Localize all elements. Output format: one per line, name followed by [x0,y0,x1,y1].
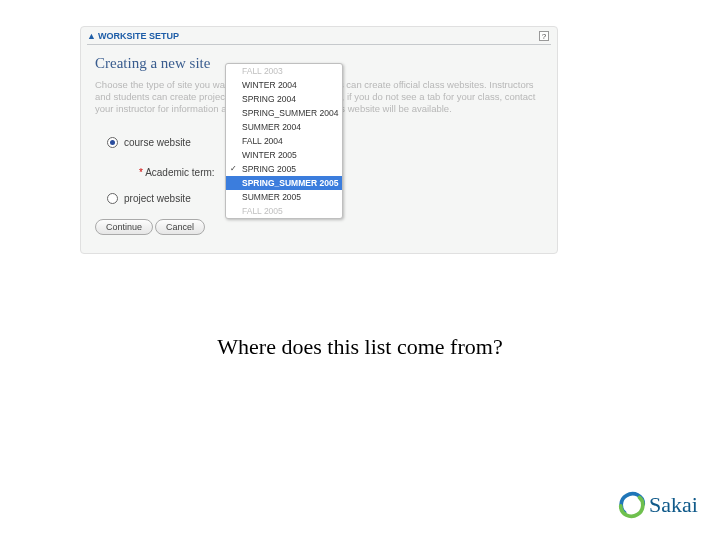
term-option[interactable]: SPRING_SUMMER 2005 [226,176,342,190]
term-option[interactable]: ✓SPRING 2005 [226,162,342,176]
term-option[interactable]: SPRING 2004 [226,92,342,106]
term-option-label: FALL 2004 [242,136,283,146]
term-option-label: SUMMER 2004 [242,122,301,132]
term-option[interactable]: FALL 2005 [226,204,342,218]
radio-label: project website [124,193,191,204]
term-option[interactable]: FALL 2003 [226,64,342,78]
term-option-label: WINTER 2004 [242,80,297,90]
term-label-text: Academic term: [145,167,214,178]
term-option[interactable]: WINTER 2004 [226,78,342,92]
academic-term-dropdown[interactable]: FALL 2003WINTER 2004SPRING 2004SPRING_SU… [225,63,343,219]
continue-button[interactable]: Continue [95,219,153,235]
term-option[interactable]: WINTER 2005 [226,148,342,162]
term-option-label: SPRING 2004 [242,94,296,104]
term-option-label: FALL 2003 [242,66,283,76]
term-option[interactable]: SPRING_SUMMER 2004 [226,106,342,120]
sakai-wordmark: Sakai [649,492,698,518]
divider [87,44,551,45]
term-option[interactable]: SUMMER 2005 [226,190,342,204]
radio-course-website[interactable]: course website [107,137,191,148]
term-option-label: SPRING_SUMMER 2005 [242,178,338,188]
term-option[interactable]: FALL 2004 [226,134,342,148]
term-option-label: WINTER 2005 [242,150,297,160]
sakai-mark-icon [617,490,647,520]
term-option-label: SPRING 2005 [242,164,296,174]
academic-term-label: * Academic term: [139,167,215,178]
term-option-label: SPRING_SUMMER 2004 [242,108,338,118]
check-icon: ✓ [230,163,237,174]
term-option-label: SUMMER 2005 [242,192,301,202]
cancel-button[interactable]: Cancel [155,219,205,235]
help-button[interactable]: ? [539,31,549,41]
slide-caption: Where does this list come from? [0,334,720,360]
page-title: Creating a new site [95,55,210,72]
radio-label: course website [124,137,191,148]
term-option[interactable]: SUMMER 2004 [226,120,342,134]
sakai-logo: Sakai [617,490,698,520]
radio-icon [107,137,118,148]
radio-project-website[interactable]: project website [107,193,191,204]
breadcrumb-label: WORKSITE SETUP [98,31,179,41]
breadcrumb[interactable]: ▲ WORKSITE SETUP [87,31,179,41]
required-star-icon: * [139,167,143,178]
radio-icon [107,193,118,204]
arrow-up-icon: ▲ [87,31,96,41]
term-option-label: FALL 2005 [242,206,283,216]
